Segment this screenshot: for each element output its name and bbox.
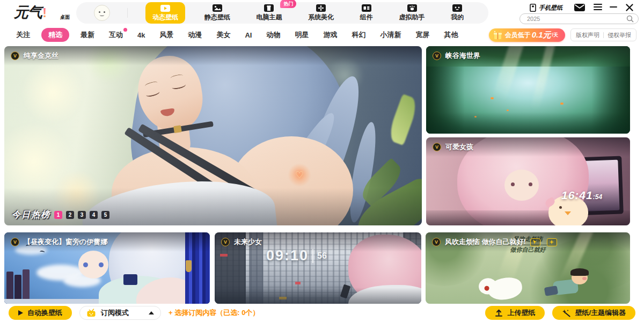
card-title: 峡谷海世界 (445, 51, 480, 61)
member-banner-suffix: /天 (552, 32, 558, 39)
card-header: V 峡谷海世界 (426, 46, 630, 65)
nav-item-featured[interactable]: 精选 (41, 28, 69, 42)
auto-change-label: 自动换壁纸 (27, 308, 62, 318)
tab-pc-theme[interactable]: 热门 电脑主题 (249, 2, 289, 24)
rank-badge-4[interactable]: 4 (90, 211, 98, 219)
select-subscribe-content-link[interactable]: + 选择订阅内容（已选: 0个） (169, 308, 259, 318)
auto-change-wallpaper-button[interactable]: 自动换壁纸 (9, 306, 72, 320)
eyebrow-shape (170, 74, 184, 80)
tab-static-wallpaper[interactable]: 静态壁纸 (197, 2, 237, 24)
subscribe-mode-label: 订阅模式 (101, 308, 129, 318)
rank-badge-3[interactable]: 3 (78, 211, 86, 219)
v-badge-icon: V (11, 52, 19, 60)
tab-mine[interactable]: 我的 (444, 2, 471, 24)
copyright-link[interactable]: 版权声明 (576, 31, 599, 39)
divider (127, 8, 128, 18)
avatar-eye-icon (104, 11, 105, 13)
user-avatar[interactable] (94, 5, 110, 21)
main-tab-bar: 动态壁纸 静态壁纸 热门 电脑主题 系统美化 组件 虚拟助手 我的 (76, 2, 488, 24)
close-button[interactable] (626, 4, 633, 11)
tab-system-beautify[interactable]: 系统美化 (301, 2, 341, 24)
tab-widgets[interactable]: 组件 (353, 2, 380, 24)
nav-item-follow[interactable]: 关注 (16, 30, 30, 40)
magic-wand-icon (562, 309, 570, 317)
wallpaper-card-canyon[interactable]: V 峡谷海世界 (426, 46, 630, 134)
wallpaper-card-shinchan[interactable]: 风吹走烦恼 做你自己就好 V 风吹走烦恼 做你自己就好! (426, 232, 630, 304)
wallpaper-theme-editor-button[interactable]: 壁纸/主题编辑器 (552, 306, 635, 320)
hero-wallpaper-card[interactable]: ♡ V 纯享金克丝 今日热榜 1 2 3 4 5 (4, 46, 422, 225)
menu-button[interactable] (594, 4, 602, 10)
eyebrow-shape (144, 80, 158, 88)
minimize-button[interactable] (610, 4, 617, 8)
search-icon[interactable] (626, 15, 634, 23)
upload-wallpaper-button[interactable]: 上传壁纸 (485, 306, 545, 320)
notification-dot (123, 28, 127, 32)
interactive-cursor-icon[interactable] (530, 238, 540, 246)
nav-item-other[interactable]: 其他 (444, 30, 458, 40)
rank-badge-5[interactable]: 5 (101, 211, 109, 219)
nav-item-ai[interactable]: AI (245, 31, 252, 39)
boy-figure (545, 270, 591, 301)
logo-exclamation: ! (42, 5, 47, 20)
tab-dynamic-wallpaper[interactable]: 动态壁纸 (145, 2, 185, 24)
member-banner[interactable]: 会员低于 0.1元 /天 (489, 28, 565, 42)
card-header: V 可爱女孩 (426, 137, 630, 157)
v-badge-icon: V (433, 52, 441, 60)
hamburger-icon (594, 4, 602, 10)
tab-label: 电脑主题 (256, 13, 282, 22)
fish-shape (507, 109, 509, 111)
message-button[interactable] (574, 4, 585, 11)
phone-icon (530, 4, 537, 12)
glowing-heart-tattoo: ♡ (288, 163, 311, 187)
clock-seconds: :54 (593, 193, 602, 201)
nav-right-group: 会员低于 0.1元 /天 版权声明 侵权举报 (489, 26, 636, 44)
nav-item-scenery[interactable]: 风景 (159, 30, 173, 40)
dynamic-wallpaper-icon (160, 4, 170, 12)
nav-item-4k[interactable]: 4k (137, 31, 145, 39)
wallpaper-card-future-girl[interactable]: 09:10 56 V 未来少女 (215, 232, 421, 304)
editor-label: 壁纸/主题编辑器 (575, 308, 626, 318)
search-input[interactable] (527, 16, 626, 22)
today-hot-row: 今日热榜 1 2 3 4 5 (12, 209, 109, 221)
nav-item-star[interactable]: 明星 (295, 30, 309, 40)
neon-sign (295, 282, 301, 284)
widgets-icon (362, 4, 371, 12)
nav-item-anime[interactable]: 动漫 (188, 30, 202, 40)
tassel-shape (186, 260, 192, 272)
upload-label: 上传壁纸 (507, 308, 535, 318)
nav-item-animal[interactable]: 动物 (266, 30, 280, 40)
v-badge-icon: V (433, 143, 441, 151)
card-header: V 【昼夜变化】窗旁の伊蕾娜 (4, 232, 210, 252)
rank-badge-1[interactable]: 1 (54, 211, 62, 219)
rank-badge-2[interactable]: 2 (66, 211, 74, 219)
v-badge-icon: V (11, 238, 19, 246)
mouth-shape (160, 108, 175, 117)
report-link[interactable]: 侵权举报 (608, 31, 631, 39)
divider (603, 32, 604, 38)
card-header: V 风吹走烦恼 做你自己就好! (426, 232, 630, 252)
bottom-action-bar: 自动换壁纸 订阅模式 + 选择订阅内容（已选: 0个） 上传壁纸 壁纸/主题编辑… (0, 304, 644, 322)
card-title: 未来少女 (234, 237, 262, 247)
nav-item-fresh[interactable]: 小清新 (380, 30, 401, 40)
wallpaper-card-irena[interactable]: V 【昼夜变化】窗旁の伊蕾娜 (4, 232, 210, 304)
tab-label: 虚拟助手 (399, 13, 425, 22)
nav-item-label: 互动 (109, 31, 123, 39)
nav-item-interactive[interactable]: 互动 (109, 30, 123, 40)
tab-virtual-assistant[interactable]: 虚拟助手 (392, 2, 432, 24)
pc-theme-icon (264, 4, 274, 12)
phone-wallpaper-button[interactable]: 手机壁纸 (530, 4, 562, 12)
nav-item-game[interactable]: 游戏 (323, 30, 337, 40)
nav-item-beauty[interactable]: 美女 (216, 30, 230, 40)
search-box[interactable] (519, 13, 639, 24)
nav-item-widescreen[interactable]: 宽屏 (415, 30, 429, 40)
book-shape (6, 272, 13, 301)
nav-item-scifi[interactable]: 科幻 (352, 30, 365, 40)
app-logo: 元气! 桌面 (14, 3, 73, 22)
subscribe-mode-dropdown[interactable]: 订阅模式 (79, 306, 161, 320)
face-shape (78, 251, 108, 279)
nav-item-latest[interactable]: 最新 (80, 30, 94, 40)
card-title: 【昼夜变化】窗旁の伊蕾娜 (24, 237, 107, 247)
wallpaper-card-cute-girl[interactable]: 16:41:54 V 可爱女孩 (426, 137, 630, 225)
tab-label: 静态壁纸 (204, 13, 230, 22)
interactive-sparkle-icon[interactable] (547, 238, 557, 246)
